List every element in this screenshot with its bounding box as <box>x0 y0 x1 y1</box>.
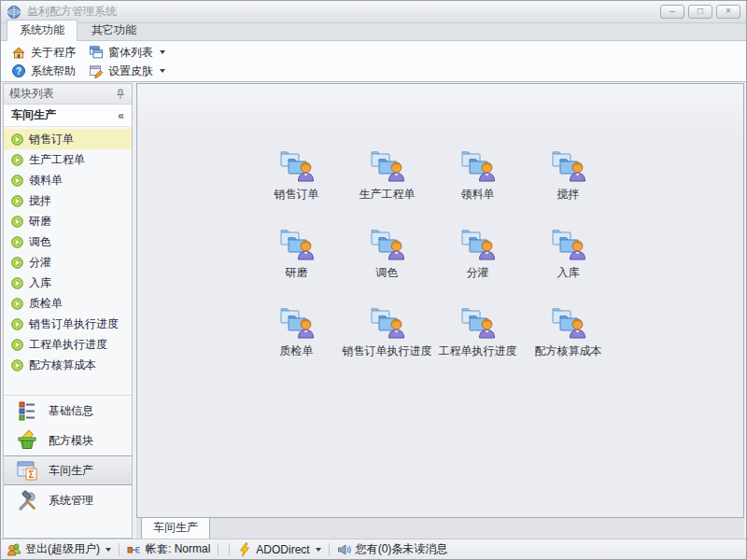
collapse-icon[interactable]: « <box>118 109 124 122</box>
green-arrow-icon <box>11 216 23 228</box>
chevron-down-icon <box>160 50 165 54</box>
shortcut-production-order[interactable]: 生产工程单 <box>342 149 432 228</box>
minimize-button[interactable]: – <box>660 5 684 19</box>
user-icon <box>7 542 21 557</box>
chevron-down-icon <box>106 548 111 552</box>
set-skin-button[interactable]: 设置皮肤 <box>82 63 172 80</box>
shortcut-canvas: 销售订单 生产工程单 领料单 搅拌 研磨 调色 分灌 入库 质检单 销售订单执行… <box>136 83 744 518</box>
divider <box>329 543 330 556</box>
sidebar-item-work-order-progress[interactable]: 工程单执行进度 <box>4 334 132 355</box>
folder-user-icon <box>459 228 497 261</box>
folder-user-icon <box>278 149 316 183</box>
sidebar-item-stirring[interactable]: 搅拌 <box>4 190 132 211</box>
module-list-title: 模块列表 <box>9 86 54 102</box>
sidebar-item-sales-order[interactable]: 销售订单 <box>4 129 132 149</box>
green-arrow-icon <box>11 257 23 269</box>
sidebar-item-sales-order-progress[interactable]: 销售订单执行进度 <box>4 314 132 334</box>
group-header-workshop: 车间生产 « <box>4 105 132 127</box>
pin-icon[interactable] <box>115 89 126 100</box>
green-arrow-icon <box>11 318 23 330</box>
lightning-icon <box>237 542 252 557</box>
folder-user-icon <box>550 149 587 183</box>
folder-user-icon <box>369 149 406 183</box>
system-help-button[interactable]: 系统帮助 <box>5 63 82 80</box>
shortcut-work-order-progress[interactable]: 工程单执行进度 <box>432 306 523 385</box>
sidebar-item-list: 销售订单 生产工程单 领料单 搅拌 研磨 调色 分灌 入库 质检单 销售订单执行… <box>4 127 132 375</box>
sidebar-item-filling[interactable]: 分灌 <box>4 252 132 273</box>
group-title: 车间生产 <box>11 107 56 123</box>
home-icon <box>11 45 26 60</box>
sidebar-item-production-order[interactable]: 生产工程单 <box>4 149 132 170</box>
shortcut-stirring[interactable]: 搅拌 <box>523 149 613 228</box>
workshop-icon <box>16 459 38 482</box>
sidebar-item-grinding[interactable]: 研磨 <box>4 211 132 231</box>
green-arrow-icon <box>11 277 23 289</box>
folder-user-icon <box>369 228 406 261</box>
shortcut-tinting[interactable]: 调色 <box>342 228 432 306</box>
tab-other-functions[interactable]: 其它功能 <box>79 21 148 40</box>
green-arrow-icon <box>11 298 23 310</box>
bottom-tab-workshop[interactable]: 车间生产 <box>141 517 210 539</box>
module-formula[interactable]: 配方模块 <box>4 426 132 455</box>
shortcut-warehousing[interactable]: 入库 <box>523 228 613 306</box>
module-sidebar: 模块列表 车间生产 « 销售订单 生产工程单 领料单 搅拌 研磨 调色 分灌 入… <box>3 83 133 539</box>
bottom-tab-strip: 车间生产 <box>136 518 744 539</box>
window-list-button[interactable]: 窗体列表 <box>82 44 172 62</box>
basket-icon <box>16 429 38 452</box>
folder-user-icon <box>369 306 406 340</box>
chevron-down-icon <box>316 548 321 552</box>
shortcut-grinding[interactable]: 研磨 <box>251 228 342 306</box>
divider <box>119 543 120 556</box>
green-arrow-icon <box>11 133 23 146</box>
folder-user-icon <box>278 228 316 261</box>
sidebar-item-tinting[interactable]: 调色 <box>4 231 132 252</box>
shortcut-qc-sheet[interactable]: 质检单 <box>251 306 342 385</box>
folder-user-icon <box>278 306 316 340</box>
maximize-button[interactable]: □ <box>688 5 712 19</box>
about-program-button[interactable]: 关于程序 <box>5 44 82 62</box>
sidebar-item-qc-sheet[interactable]: 质检单 <box>4 293 132 314</box>
sidebar-item-warehousing[interactable]: 入库 <box>4 273 132 293</box>
shortcut-formula-cost[interactable]: 配方核算成本 <box>523 306 613 385</box>
folder-user-icon <box>550 306 587 340</box>
green-arrow-icon <box>11 195 23 207</box>
shortcut-sales-order-progress[interactable]: 销售订单执行进度 <box>342 306 432 385</box>
speaker-icon <box>337 542 352 557</box>
window-list-icon <box>89 45 104 60</box>
window-controls: – □ × <box>660 5 740 19</box>
content-area: 模块列表 车间生产 « 销售订单 生产工程单 领料单 搅拌 研磨 调色 分灌 入… <box>1 82 746 539</box>
close-button[interactable]: × <box>716 5 740 19</box>
shortcut-material-requisition[interactable]: 领料单 <box>432 149 523 228</box>
divider <box>229 543 230 556</box>
help-icon <box>11 63 26 78</box>
folder-user-icon <box>459 149 497 183</box>
unread-messages-status[interactable]: 您有(0)条未读消息 <box>337 541 448 557</box>
chevron-down-icon <box>160 69 165 73</box>
system-help-label: 系统帮助 <box>31 63 76 79</box>
divider <box>218 543 218 556</box>
connection-mode-button[interactable]: ADODirect <box>237 542 320 557</box>
module-buttons: 基础信息 配方模块 车间生产 系统管理 <box>4 395 132 515</box>
about-program-label: 关于程序 <box>31 45 76 61</box>
module-workshop-production[interactable]: 车间生产 <box>4 455 132 485</box>
link-icon <box>127 542 142 557</box>
shortcut-sales-order[interactable]: 销售订单 <box>251 149 342 228</box>
app-icon <box>7 5 21 20</box>
green-arrow-icon <box>11 154 23 166</box>
module-list-header: 模块列表 <box>4 84 132 105</box>
module-system-management[interactable]: 系统管理 <box>4 485 132 515</box>
sidebar-item-material-requisition[interactable]: 领料单 <box>4 170 132 190</box>
ribbon-tab-row: 系统功能 其它功能 <box>1 23 746 41</box>
list-icon <box>16 399 38 422</box>
window-title: 益利配方管理系统 <box>27 4 117 20</box>
account-set-status[interactable]: 帐套: Normal <box>127 541 210 557</box>
shortcut-filling[interactable]: 分灌 <box>432 228 523 306</box>
sidebar-item-formula-cost[interactable]: 配方核算成本 <box>4 355 132 375</box>
main-panel: 销售订单 生产工程单 领料单 搅拌 研磨 调色 分灌 入库 质检单 销售订单执行… <box>136 83 744 539</box>
green-arrow-icon <box>11 339 23 351</box>
green-arrow-icon <box>11 359 23 371</box>
logout-button[interactable]: 登出(超级用户) <box>7 541 111 557</box>
module-basic-info[interactable]: 基础信息 <box>4 396 132 426</box>
tab-system-functions[interactable]: 系统功能 <box>7 20 78 41</box>
folder-user-icon <box>459 306 497 340</box>
